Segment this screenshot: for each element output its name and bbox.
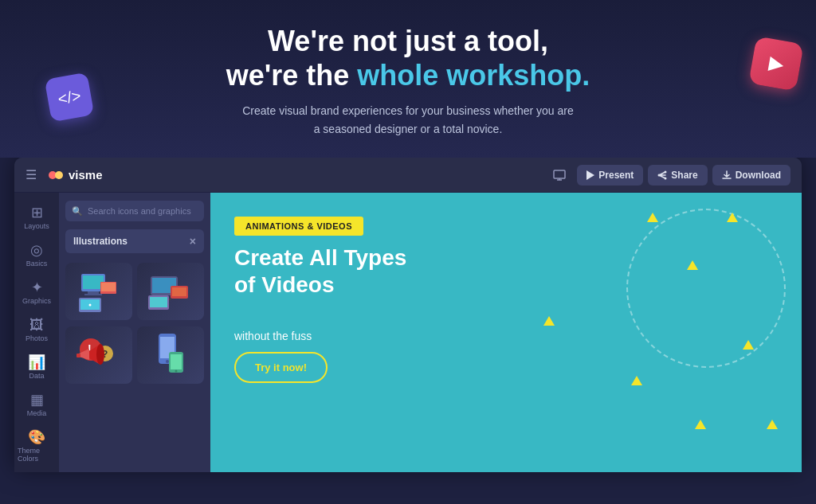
svg-marker-5 — [586, 170, 594, 180]
monitor-icon-button[interactable] — [547, 165, 572, 186]
svg-point-37 — [175, 369, 178, 372]
media-icon: ▦ — [30, 393, 44, 407]
triangle-decoration — [727, 213, 738, 222]
triangle-decoration — [631, 376, 642, 385]
panel-row-2: ! ? — [59, 323, 210, 387]
search-box: 🔍 — [59, 193, 210, 229]
illustration-item[interactable] — [137, 326, 204, 384]
present-button[interactable]: Present — [577, 165, 643, 186]
svg-point-17 — [89, 303, 92, 306]
toolbar-actions: Present Share Download — [547, 165, 790, 186]
theme-colors-icon: 🎨 — [28, 430, 45, 444]
app-body: ⊞ Layouts ◎ Basics ✦ Graphics 🖼 Photos 📊… — [14, 193, 802, 472]
svg-rect-23 — [172, 287, 186, 296]
canvas-subtext: without the fuss — [234, 330, 312, 342]
svg-point-7 — [665, 177, 667, 179]
sidebar-item-basics[interactable]: ◎ Basics — [14, 236, 59, 274]
hero-subtitle: Create visual brand experiences for your… — [241, 102, 575, 138]
hero-section: We're not just a tool, we're the whole w… — [0, 0, 816, 158]
sidebar-item-photos[interactable]: 🖼 Photos — [14, 311, 59, 349]
svg-rect-36 — [171, 354, 182, 369]
dashed-circle-decoration — [626, 209, 786, 368]
sidebar-item-theme-colors[interactable]: 🎨 Theme Colors — [14, 424, 59, 469]
left-panel: 🔍 Illustrations × — [59, 193, 210, 472]
sidebar-icons: ⊞ Layouts ◎ Basics ✦ Graphics 🖼 Photos 📊… — [14, 193, 59, 472]
illustration-item[interactable] — [137, 263, 204, 320]
svg-rect-12 — [84, 294, 102, 295]
share-button[interactable]: Share — [648, 165, 707, 186]
svg-rect-30 — [76, 354, 80, 357]
canvas-heading: Create All Types of Videos — [234, 244, 418, 298]
illustration-item[interactable]: ! ? — [65, 326, 132, 384]
basics-icon: ◎ — [30, 243, 43, 257]
canvas-area: ANIMATIONS & VIDEOS Create All Types of … — [210, 193, 802, 472]
float-icon-code: </> — [45, 72, 95, 123]
illustrations-tab[interactable]: Illustrations × — [65, 229, 204, 253]
svg-point-34 — [166, 360, 169, 363]
canvas-badge: ANIMATIONS & VIDEOS — [234, 217, 363, 236]
app-window: ☰ visme Present — [14, 158, 802, 472]
download-button[interactable]: Download — [712, 165, 790, 186]
canvas-cta-button[interactable]: Try it now! — [234, 352, 328, 383]
visme-logo: visme — [48, 167, 103, 183]
svg-rect-14 — [101, 283, 116, 291]
hero-title: We're not just a tool, we're the whole w… — [16, 24, 800, 92]
float-icon-play: ▶ — [748, 36, 804, 92]
close-icon[interactable]: × — [190, 235, 196, 248]
sidebar-item-graphics[interactable]: ✦ Graphics — [14, 274, 59, 311]
graphics-icon: ✦ — [31, 280, 43, 295]
triangle-decoration — [647, 213, 658, 222]
svg-point-1 — [55, 171, 63, 179]
svg-rect-11 — [88, 291, 99, 294]
triangle-decoration — [687, 260, 698, 270]
toolbar: ☰ visme Present — [14, 158, 802, 193]
svg-point-31 — [96, 344, 104, 365]
sidebar-item-data[interactable]: 📊 Data — [14, 349, 59, 386]
search-input[interactable] — [65, 201, 204, 221]
search-icon: 🔍 — [72, 206, 83, 217]
layouts-icon: ⊞ — [31, 205, 43, 220]
triangle-decoration — [543, 316, 555, 326]
illustration-item[interactable] — [65, 263, 132, 320]
svg-point-6 — [665, 170, 667, 173]
data-icon: 📊 — [28, 355, 45, 369]
svg-rect-2 — [554, 170, 565, 178]
triangle-decoration — [743, 340, 754, 350]
triangle-decoration — [695, 420, 706, 429]
triangle-decoration — [767, 420, 778, 429]
sidebar-item-layouts[interactable]: ⊞ Layouts — [14, 199, 59, 236]
sidebar-item-media[interactable]: ▦ Media — [14, 386, 59, 424]
panel-row-1 — [59, 260, 210, 323]
svg-point-8 — [658, 174, 661, 176]
photos-icon: 🖼 — [29, 318, 44, 332]
panel-items: ! ? — [59, 260, 210, 472]
svg-rect-25 — [150, 297, 167, 307]
hamburger-icon[interactable]: ☰ — [26, 167, 37, 182]
